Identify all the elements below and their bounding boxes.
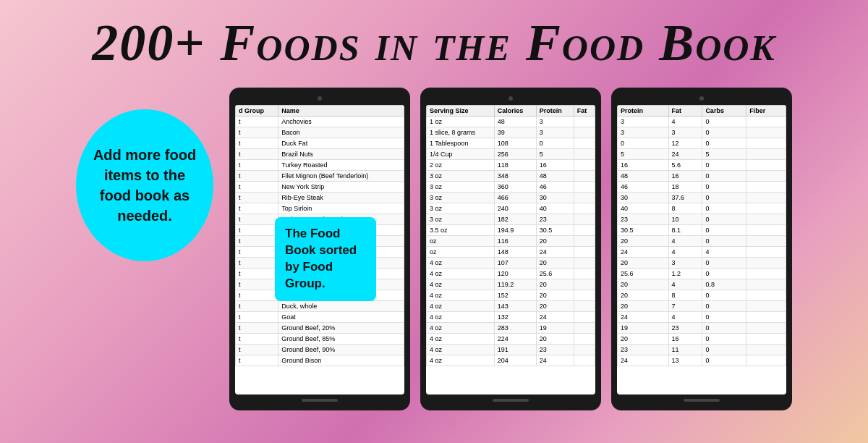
col-header: Protein	[618, 106, 669, 117]
table-row: 23100	[618, 214, 786, 225]
col-header: d Group	[236, 106, 278, 117]
table-row: 3 oz34848	[427, 171, 595, 182]
tablet-2: Serving Size Calories Protein Fat 1 oz48…	[420, 88, 601, 410]
tablet-home-bar-3	[684, 399, 720, 402]
col-header: Carbs	[702, 106, 746, 117]
table-row: 5245	[618, 149, 786, 160]
table-row: 24130	[618, 355, 786, 366]
table-row: 2070	[618, 301, 786, 312]
table-row: 2040.8	[618, 279, 786, 290]
table-row: 25.61.20	[618, 269, 786, 279]
col-header: Fat	[668, 106, 702, 117]
tablet-screen-3: Protein Fat Carbs Fiber 3403300120524516…	[617, 105, 786, 395]
oval-callout: Add more food items to the food book as …	[76, 109, 213, 261]
table-row: 20160	[618, 334, 786, 345]
tablet-screen-2: Serving Size Calories Protein Fat 1 oz48…	[426, 105, 595, 395]
table-row: tRib-Eye Steak	[236, 193, 404, 203]
table-row: 2030	[618, 258, 786, 269]
table-row: tDuck, whole	[236, 301, 404, 312]
col-header: Fat	[574, 106, 595, 117]
table-row: tTurkey Roasted	[236, 160, 404, 171]
table-row: tGround Beef, 85%	[236, 334, 404, 345]
table-row: 3 oz24040	[427, 203, 595, 214]
table-row: 3 oz18223	[427, 214, 595, 225]
tablet-camera-2	[509, 96, 513, 101]
table-row: 3.5 oz194.930.5	[427, 225, 595, 236]
table-row: 2444	[618, 247, 786, 258]
table-row: 46180	[618, 182, 786, 193]
table-3: Protein Fat Carbs Fiber 3403300120524516…	[617, 105, 786, 366]
table-row: 1 oz483	[427, 117, 595, 127]
tablet-screen-1: d Group Name tAnchoviestBacontDuck FattB…	[235, 105, 404, 395]
table-row: 2040	[618, 236, 786, 247]
table-row: tBrazil Nuts	[236, 149, 404, 160]
col-header: Fiber	[746, 106, 786, 117]
table-row: 4 oz12025.6	[427, 269, 595, 279]
page-title: 200+ Foods in the Food Book	[0, 0, 868, 80]
table-row: 4 oz13224	[427, 312, 595, 323]
table-row: 4 oz19123	[427, 345, 595, 355]
table-row: 1 Tablespoon1080	[427, 138, 595, 149]
table-row: tGround Beef, 20%	[236, 323, 404, 334]
table-row: oz14824	[427, 247, 595, 258]
table-row: 330	[618, 127, 786, 138]
table-row: tNew York Strip	[236, 182, 404, 193]
table-row: tGoat	[236, 312, 404, 323]
tablets-wrapper: d Group Name tAnchoviestBacontDuck FattB…	[229, 88, 792, 410]
table-row: 2 oz11816	[427, 160, 595, 171]
table-row: 4 oz10720	[427, 258, 595, 269]
overlay-text: The Food Book sorted by Food Group.	[285, 226, 366, 292]
table-row: 1 slice, 8 grams393	[427, 127, 595, 138]
table-row: 165.60	[618, 160, 786, 171]
table-row: 23110	[618, 345, 786, 355]
tablet-1: d Group Name tAnchoviestBacontDuck FattB…	[229, 88, 410, 410]
tablet-home-bar-2	[493, 399, 529, 402]
table-row: tTop Sirloin	[236, 203, 404, 214]
table-row: 340	[618, 117, 786, 127]
table-row: 4 oz119.220	[427, 279, 595, 290]
table-row: 19230	[618, 323, 786, 334]
table-row: tAnchovies	[236, 117, 404, 127]
col-header: Protein	[536, 106, 574, 117]
table-row: 48160	[618, 171, 786, 182]
table-row: 3037.60	[618, 193, 786, 203]
oval-text: Add more food items to the food book as …	[76, 130, 213, 240]
table-row: tGround Beef, 90%	[236, 345, 404, 355]
table-row: 2080	[618, 290, 786, 301]
table-row: 30.58.10	[618, 225, 786, 236]
table-row: 3 oz46630	[427, 193, 595, 203]
col-header: Name	[278, 106, 404, 117]
table-row: 0120	[618, 138, 786, 149]
table-row: 4 oz15220	[427, 290, 595, 301]
col-header: Serving Size	[427, 106, 495, 117]
table-row: 3 oz36046	[427, 182, 595, 193]
overlay-box: The Food Book sorted by Food Group.	[275, 217, 376, 301]
table-row: 4 oz20424	[427, 355, 595, 366]
table-row: 1/4 Cup2565	[427, 149, 595, 160]
table-row: 2440	[618, 312, 786, 323]
table-row: oz11620	[427, 236, 595, 247]
table-row: tBacon	[236, 127, 404, 138]
tablet-home-bar-1	[302, 399, 338, 402]
table-row: tDuck Fat	[236, 138, 404, 149]
table-row: tGround Bison	[236, 355, 404, 366]
tablet-camera-1	[318, 96, 322, 101]
table-row: 4 oz22420	[427, 334, 595, 345]
table-row: 4 oz28319	[427, 323, 595, 334]
table-2: Serving Size Calories Protein Fat 1 oz48…	[426, 105, 595, 366]
table-row: tFilet Mignon (Beef Tenderloin)	[236, 171, 404, 182]
table-row: 4080	[618, 203, 786, 214]
tablet-camera-3	[699, 96, 704, 101]
col-header: Calories	[494, 106, 536, 117]
table-row: 4 oz14320	[427, 301, 595, 312]
tablet-3: Protein Fat Carbs Fiber 3403300120524516…	[611, 88, 792, 410]
